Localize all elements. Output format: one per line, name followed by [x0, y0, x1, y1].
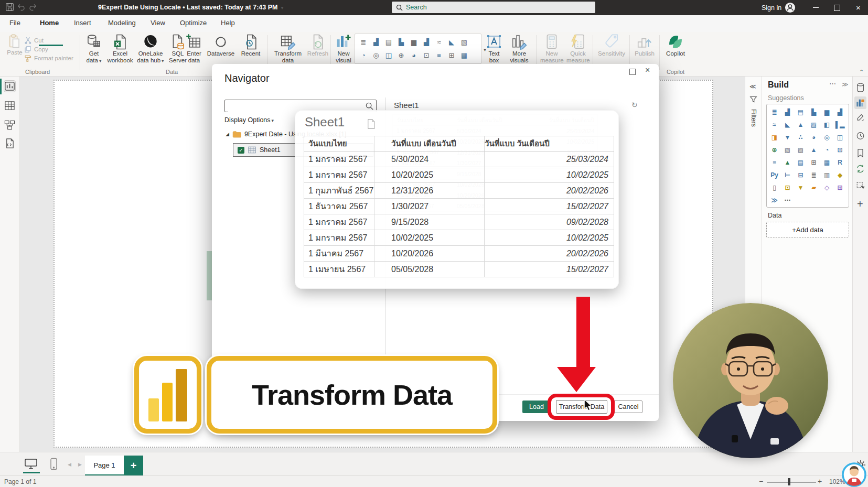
ribbon-chart-icon[interactable]: ▨ — [807, 118, 820, 131]
undo-icon[interactable] — [17, 3, 26, 12]
visual-type-icon[interactable]: ⊡ — [420, 49, 433, 62]
display-options-dropdown[interactable]: Display Options — [224, 116, 274, 124]
quick-measure-button[interactable]: Quick measure — [566, 34, 590, 64]
menu-insert[interactable]: Insert — [72, 15, 93, 30]
power-bi-report-icon[interactable]: ▯ — [768, 181, 781, 194]
next-page-icon[interactable]: ▶ — [78, 462, 82, 467]
visual-type-icon[interactable]: ≡ — [433, 49, 445, 62]
stacked-area-chart-icon[interactable]: ▲ — [794, 118, 807, 131]
menu-file[interactable]: File — [7, 15, 23, 30]
get-data-button[interactable]: Get data — [81, 34, 106, 64]
dialog-close-icon[interactable]: × — [645, 66, 650, 75]
redo-icon[interactable] — [28, 3, 37, 12]
report-view-icon[interactable] — [4, 81, 15, 92]
clustered-column-chart-icon[interactable]: ▟ — [781, 106, 794, 118]
more-options-icon[interactable]: ⋯ — [781, 194, 794, 207]
cut-button[interactable]: Cut — [24, 37, 44, 44]
add-data-button[interactable]: +Add data — [766, 222, 849, 237]
icon-map-icon[interactable]: ▰ — [807, 181, 820, 194]
refresh-button[interactable]: Refresh — [304, 34, 331, 57]
azure-map-icon[interactable]: ▲ — [807, 144, 820, 156]
visual-type-icon[interactable]: ▆ — [408, 36, 420, 49]
new-measure-button[interactable]: New measure — [540, 34, 563, 64]
tree-expander-icon[interactable]: ◢ — [226, 132, 229, 137]
data-pane-icon[interactable] — [856, 83, 865, 92]
bookmarks-pane-icon[interactable] — [856, 148, 865, 158]
expand-filters-icon[interactable]: ≪ — [749, 83, 755, 90]
model-view-icon[interactable] — [4, 120, 15, 131]
dax-query-view-icon[interactable] — [4, 138, 15, 149]
maximize-button[interactable] — [834, 0, 840, 15]
line-chart-icon[interactable]: ≈ — [768, 118, 781, 131]
r-script-icon[interactable]: R — [833, 156, 846, 169]
visual-type-icon[interactable]: ▦ — [458, 49, 470, 62]
visual-type-icon[interactable]: ◣ — [445, 36, 458, 49]
card-icon[interactable]: ⊡ — [833, 144, 846, 156]
visual-type-icon[interactable]: ⊕ — [395, 49, 408, 62]
ribbon-collapse-icon[interactable]: ⌃ — [859, 69, 864, 75]
sensitivity-button[interactable]: Sensitivity — [596, 34, 627, 57]
page-tab[interactable]: Page 1 — [85, 456, 124, 476]
visual-type-icon[interactable]: ⊞ — [445, 49, 458, 62]
area-chart-icon[interactable]: ◣ — [781, 118, 794, 131]
text-box-button[interactable]: Text box — [483, 34, 506, 64]
zoom-slider[interactable] — [767, 482, 816, 483]
combo-chart-icon[interactable]: ◨ — [768, 131, 781, 144]
copy-button[interactable]: Copy — [24, 46, 48, 53]
visual-type-icon[interactable]: ◎ — [370, 49, 382, 62]
recent-sources-button[interactable]: Recent — [237, 34, 264, 57]
smart-narrative-icon[interactable]: ≣ — [807, 169, 820, 181]
visual-type-icon[interactable]: ▟ — [420, 36, 433, 49]
pie-chart-icon[interactable]: ◕ — [807, 131, 820, 144]
enter-data-button[interactable]: Enter data — [183, 34, 206, 64]
waterfall-chart-icon[interactable]: ▌▂ — [833, 118, 846, 131]
table-icon[interactable]: ⊞ — [807, 156, 820, 169]
menu-help[interactable]: Help — [219, 15, 237, 30]
global-search-input[interactable]: Search — [392, 2, 595, 13]
selection-pane-icon[interactable] — [856, 181, 865, 191]
copilot-button[interactable]: Copilot — [662, 34, 689, 57]
arcgis-map-icon[interactable]: ◇ — [820, 181, 833, 194]
table-view-icon[interactable] — [4, 100, 15, 111]
quick-create-icon[interactable]: ⊡ — [781, 181, 794, 194]
sign-in-button[interactable]: Sign in — [762, 0, 781, 15]
visual-type-icon[interactable]: ◫ — [382, 49, 395, 62]
visual-type-icon[interactable]: ◔ — [357, 49, 370, 62]
close-button[interactable]: × — [856, 0, 861, 15]
build-more-options-icon[interactable]: ⋯ — [829, 80, 836, 88]
sheet1-checkbox[interactable]: ✓ — [238, 147, 244, 154]
visual-type-icon[interactable]: ▧ — [458, 36, 470, 49]
visual-type-icon[interactable]: ▤ — [382, 36, 395, 49]
more-visuals-button[interactable]: More visuals — [507, 34, 532, 64]
add-pane-icon[interactable]: + — [857, 198, 863, 210]
visual-type-icon[interactable]: ▙ — [395, 36, 408, 49]
sync-slicers-pane-icon[interactable] — [856, 164, 865, 174]
menu-home[interactable]: Home — [38, 15, 61, 30]
qna-icon[interactable]: ⊟ — [794, 169, 807, 181]
onelake-data-hub-button[interactable]: OneLake data hub — [134, 34, 167, 64]
dialog-maximize-icon[interactable] — [629, 69, 636, 75]
shape-map-icon[interactable]: ▨ — [794, 144, 807, 156]
cancel-button[interactable]: Cancel — [614, 401, 642, 413]
format-painter-button[interactable]: Format painter — [24, 55, 73, 62]
visual-type-icon[interactable]: ≣ — [357, 36, 370, 49]
desktop-layout-icon[interactable] — [24, 458, 38, 470]
title-dropdown-caret-icon[interactable] — [277, 4, 283, 11]
paginated-report-icon[interactable]: ▥ — [820, 169, 833, 181]
column-chart-icon[interactable]: ▟ — [833, 106, 846, 118]
map-icon[interactable]: ⊕ — [768, 144, 781, 156]
minimize-button[interactable] — [813, 0, 819, 15]
stacked-bar-chart-icon[interactable]: ≣ — [768, 106, 781, 118]
visual-type-icon[interactable]: ▟ — [370, 36, 382, 49]
zoom-slider-thumb[interactable] — [788, 478, 790, 485]
stacked-column-chart-icon[interactable]: ▆ — [820, 106, 833, 118]
preview-refresh-icon[interactable]: ↻ — [631, 101, 638, 109]
slicer-icon[interactable]: ▤ — [794, 156, 807, 169]
performance-pane-icon[interactable] — [856, 131, 865, 140]
python-script-icon[interactable]: Py — [768, 169, 781, 181]
window-title[interactable]: 9Expert Date Using Locale • Last saved: … — [98, 0, 283, 15]
add-page-button[interactable]: + — [124, 456, 143, 476]
funnel-chart-icon[interactable]: ▼ — [781, 131, 794, 144]
line-column-chart-icon[interactable]: ◧ — [820, 118, 833, 131]
scatter-chart-icon[interactable]: ∴ — [794, 131, 807, 144]
